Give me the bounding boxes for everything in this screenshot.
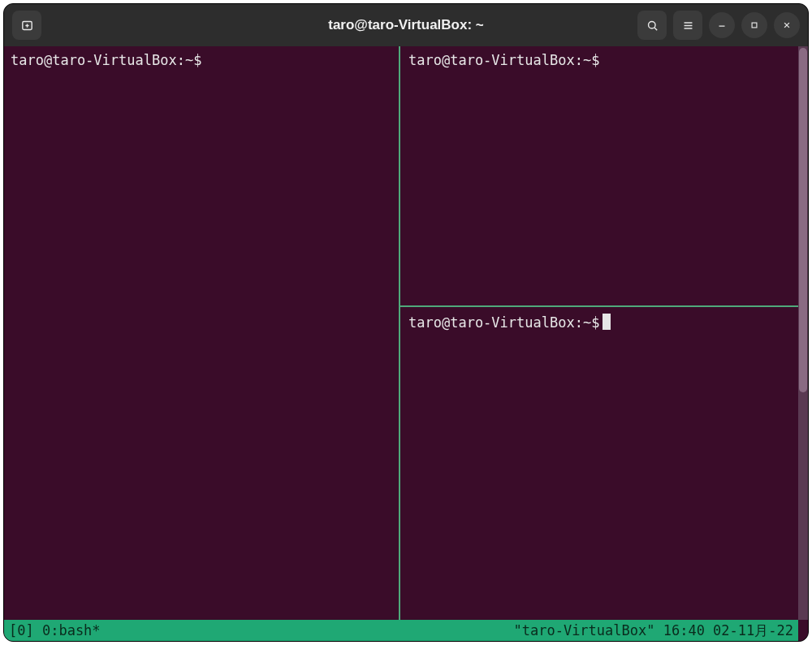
- minimize-button[interactable]: [709, 12, 735, 38]
- tmux-status-left: [0] 0:bash*: [9, 621, 101, 640]
- terminal-area: taro@taro-VirtualBox:~$ taro@taro-Virtua…: [4, 46, 808, 641]
- svg-point-3: [648, 21, 655, 28]
- cursor: [603, 314, 611, 330]
- new-tab-icon: [20, 19, 34, 32]
- terminal-window: taro@taro-VirtualBox: ~: [3, 3, 809, 642]
- scrollbar[interactable]: [798, 46, 808, 620]
- pane-left[interactable]: taro@taro-VirtualBox:~$: [4, 46, 397, 620]
- pane-top-right[interactable]: taro@taro-VirtualBox:~$: [402, 46, 798, 304]
- new-tab-button[interactable]: [12, 11, 41, 40]
- prompt: taro@taro-VirtualBox:~$: [408, 52, 599, 68]
- tmux-vertical-split[interactable]: [399, 46, 400, 620]
- tmux-panes: taro@taro-VirtualBox:~$ taro@taro-Virtua…: [4, 46, 808, 641]
- hamburger-icon: [681, 19, 695, 32]
- close-button[interactable]: [774, 12, 800, 38]
- pane-bottom-right[interactable]: taro@taro-VirtualBox:~$: [402, 309, 798, 620]
- minimize-icon: [716, 19, 728, 31]
- search-button[interactable]: [637, 11, 667, 40]
- tmux-horizontal-split[interactable]: [400, 305, 798, 307]
- hamburger-menu-button[interactable]: [673, 11, 702, 40]
- tmux-status-bar: [0] 0:bash* "taro-VirtualBox" 16:40 02-1…: [4, 620, 798, 641]
- maximize-icon: [749, 19, 760, 31]
- maximize-button[interactable]: [741, 12, 767, 38]
- search-icon: [646, 19, 659, 32]
- prompt: taro@taro-VirtualBox:~$: [408, 314, 599, 331]
- prompt: taro@taro-VirtualBox:~$: [11, 52, 201, 68]
- scrollbar-thumb[interactable]: [799, 48, 807, 392]
- titlebar: taro@taro-VirtualBox: ~: [4, 4, 808, 46]
- close-icon: [781, 19, 793, 31]
- svg-line-4: [654, 27, 656, 29]
- tmux-status-right: "taro-VirtualBox" 16:40 02-11月-22: [513, 621, 793, 640]
- svg-rect-9: [752, 23, 757, 28]
